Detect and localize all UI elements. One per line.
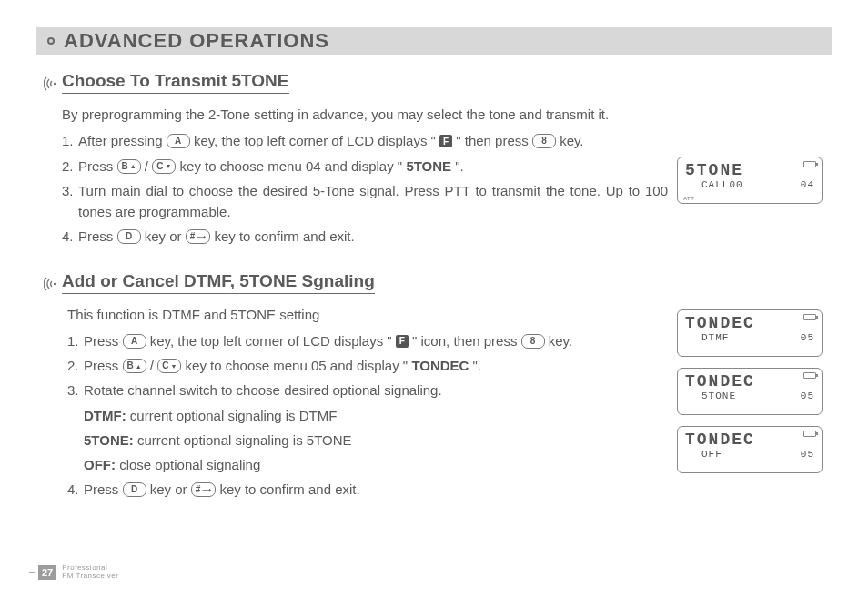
lock-icon: ⟿ (202, 487, 211, 493)
step-body: After pressing A key, the top left corne… (78, 130, 668, 151)
icon-label: F (443, 135, 449, 149)
option-label: DTMF: (84, 408, 126, 423)
signal-icon (44, 75, 62, 96)
option-desc: current optional signaling is 5TONE (137, 432, 352, 448)
step-number: 1. (67, 330, 84, 351)
bold-text: TONDEC (411, 358, 469, 373)
footer-rule (29, 572, 35, 573)
lcd-menu-num: 05 (801, 449, 814, 460)
key-a-icon: A (123, 334, 146, 349)
lcd-line2: 5TONE 05 (685, 390, 814, 401)
battery-icon (803, 431, 816, 437)
text: key. (549, 333, 572, 349)
key-label: D (126, 232, 132, 241)
key-hash-icon: #⟿ (186, 229, 211, 244)
text: Press (78, 228, 117, 244)
option-5tone: 5TONE: current optional signaling is 5TO… (67, 430, 668, 451)
manual-page: ADVANCED OPERATIONS Choose To Transmit 5… (0, 0, 868, 608)
text: / (145, 158, 152, 174)
bullet-icon (47, 37, 55, 45)
lcd-line1: 5TONE (685, 161, 814, 179)
key-label: # (190, 232, 196, 241)
key-hash-icon: #⟿ (191, 482, 217, 497)
step-body: Press D key or #⟿ key to confirm and exi… (84, 479, 668, 500)
lcd-att-indicator: ATT (683, 196, 694, 201)
lcd-display-tondec-5tone: TONDEC 5TONE 05 (677, 368, 823, 415)
section2-step1: 1. Press A key, the top left corner of L… (67, 330, 668, 351)
section-choose-transmit: Choose To Transmit 5TONE (44, 71, 832, 96)
key-b-icon: B▲ (123, 359, 146, 373)
battery-icon (803, 372, 816, 379)
signal-icon (44, 275, 62, 297)
footer-rule (0, 573, 27, 573)
option-desc: current optional signaling is DTMF (130, 408, 338, 423)
text: Press (84, 358, 123, 373)
text: key to confirm and exit. (214, 228, 354, 244)
step-number: 3. (62, 180, 78, 223)
option-label: OFF: (84, 457, 116, 472)
lcd-value: DTMF (701, 332, 729, 343)
text: Press (84, 333, 123, 349)
section2-title: Add or Cancel DTMF, 5TONE Sgnaling (62, 271, 375, 294)
step-body: Turn main dial to choose the desired 5-T… (78, 180, 668, 223)
page-number: 27 (38, 565, 56, 580)
lock-icon: ⟿ (197, 234, 206, 240)
f-icon: F (396, 335, 409, 348)
section2-step2: 2. Press B▲ / C▼ key to choose menu 05 a… (67, 355, 668, 376)
key-label: C (156, 162, 163, 171)
step-body: Press B▲ / C▼ key to choose menu 05 and … (84, 355, 668, 376)
lcd-display-5tone: 5TONE CALL00 04 ATT (677, 157, 823, 204)
key-label: # (196, 485, 201, 494)
lcd-value: OFF (701, 449, 722, 460)
key-label: B (122, 162, 128, 171)
section1-step3: 3. Turn main dial to choose the desired … (62, 180, 668, 223)
down-arrow-icon: ▼ (165, 163, 171, 169)
section-add-cancel: Add or Cancel DTMF, 5TONE Sgnaling (44, 271, 832, 297)
text: key to choose menu 05 and display " (186, 358, 409, 373)
lcd-value: CALL00 (701, 179, 743, 190)
section2-step4: 4. Press D key or #⟿ key to confirm and … (67, 479, 668, 500)
step-number: 2. (67, 355, 84, 376)
text: ". (473, 358, 482, 373)
section2-step3: 3. Rotate channel switch to choose desir… (67, 380, 668, 400)
text: key to confirm and exit. (219, 481, 359, 497)
battery-icon (803, 314, 816, 320)
option-dtmf: DTMF: current optional signaling is DTMF (67, 405, 668, 426)
text: key or (150, 481, 191, 497)
step-body: Press D key or #⟿ key to confirm and exi… (78, 226, 668, 247)
key-b-icon: B▲ (117, 159, 141, 174)
key-label: A (131, 337, 137, 346)
text: key, the top left corner of LCD displays… (194, 133, 436, 148)
lcd-menu-num: 05 (801, 332, 814, 343)
text: " then press (456, 133, 532, 148)
option-desc: close optional signaling (119, 457, 260, 472)
key-8-icon: 8 (532, 134, 556, 148)
key-label: A (175, 137, 181, 146)
section2-lcd-col: TONDEC DTMF 05 TONDEC 5TONE 05 TONDEC OF… (677, 304, 832, 473)
key-label: 8 (541, 137, 547, 146)
lcd-menu-num: 05 (801, 390, 814, 401)
key-d-icon: D (117, 229, 141, 244)
up-arrow-icon: ▲ (136, 363, 142, 370)
section1-lcd-col: 5TONE CALL00 04 ATT (677, 104, 832, 204)
lcd-menu-num: 04 (801, 179, 814, 190)
section1-step2: 2. Press B▲ / C▼ key to choose menu 04 a… (62, 156, 668, 177)
lcd-display-tondec-dtmf: TONDEC DTMF 05 (677, 309, 823, 357)
key-8-icon: 8 (521, 334, 545, 349)
lcd-line1: TONDEC (685, 314, 814, 332)
text: key. (560, 133, 583, 148)
key-label: B (127, 361, 134, 370)
section1-text: By preprogramming the 2-Tone setting in … (36, 104, 677, 251)
lcd-display-tondec-off: TONDEC OFF 05 (677, 426, 823, 473)
f-icon: F (439, 135, 452, 147)
lcd-line2: OFF 05 (685, 449, 814, 460)
battery-icon (803, 161, 816, 167)
bold-text: 5TONE (406, 158, 451, 174)
footer-line2: FM Transceiver (62, 573, 118, 581)
text: " icon, then press (412, 333, 521, 349)
step-number: 4. (62, 226, 78, 247)
lcd-line1: TONDEC (685, 372, 814, 390)
text: key to choose menu 04 and display " (180, 158, 403, 174)
svg-point-0 (54, 83, 56, 85)
step-body: Press B▲ / C▼ key to choose menu 04 and … (78, 156, 668, 177)
